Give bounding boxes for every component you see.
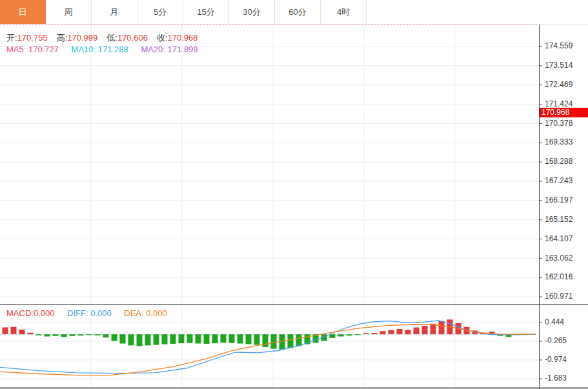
tab-4hour[interactable]: 4时 bbox=[321, 0, 367, 24]
svg-text:160.971: 160.971 bbox=[545, 292, 573, 301]
svg-text:167.243: 167.243 bbox=[545, 176, 573, 185]
tab-60min[interactable]: 60分 bbox=[275, 0, 321, 24]
timeframe-tabbar: 日 周 月 5分 15分 30分 60分 4时 bbox=[0, 0, 588, 25]
svg-text:171.424: 171.424 bbox=[545, 99, 573, 108]
svg-text:173.514: 173.514 bbox=[545, 61, 573, 70]
tab-5min[interactable]: 5分 bbox=[137, 0, 183, 24]
current-price-tag: 170.968 bbox=[540, 108, 588, 117]
tab-week[interactable]: 周 bbox=[46, 0, 92, 24]
macd-indicator-chart[interactable]: 0.444-0.265-0.974-1.683 bbox=[0, 304, 588, 389]
tab-month[interactable]: 月 bbox=[92, 0, 137, 24]
svg-text:162.016: 162.016 bbox=[545, 272, 573, 281]
svg-text:174.559: 174.559 bbox=[545, 41, 573, 50]
trading-chart-app: 日 周 月 5分 15分 30分 60分 4时 174.559173.51417… bbox=[0, 0, 588, 389]
svg-text:172.469: 172.469 bbox=[545, 80, 573, 89]
svg-text:166.197: 166.197 bbox=[545, 195, 573, 204]
svg-text:169.333: 169.333 bbox=[545, 137, 573, 146]
svg-text:165.152: 165.152 bbox=[545, 215, 573, 224]
tab-15min[interactable]: 15分 bbox=[183, 0, 229, 24]
svg-text:163.062: 163.062 bbox=[545, 254, 573, 263]
svg-text:170.378: 170.378 bbox=[545, 119, 573, 128]
svg-text:-0.265: -0.265 bbox=[545, 336, 567, 345]
tab-day[interactable]: 日 bbox=[0, 0, 46, 24]
svg-text:0.444: 0.444 bbox=[545, 317, 564, 326]
svg-text:168.288: 168.288 bbox=[545, 157, 573, 166]
tab-30min[interactable]: 30分 bbox=[229, 0, 275, 24]
candlestick-chart[interactable]: 174.559173.514172.469171.424170.378169.3… bbox=[0, 25, 588, 304]
svg-text:-0.974: -0.974 bbox=[545, 355, 567, 364]
svg-text:164.107: 164.107 bbox=[545, 234, 573, 243]
svg-text:-1.683: -1.683 bbox=[545, 374, 567, 383]
